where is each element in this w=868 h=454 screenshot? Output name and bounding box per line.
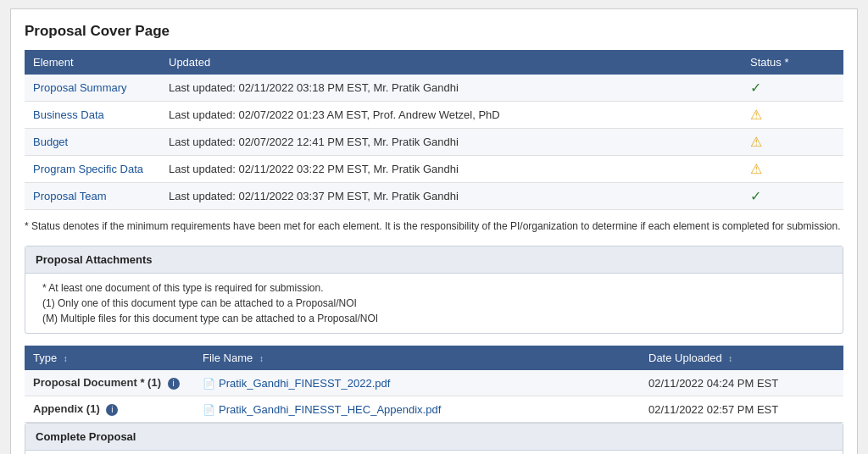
attachments-section-header: Proposal Attachments [25,246,843,274]
cover-table-row: BudgetLast updated: 02/07/2022 12:41 PM … [25,129,843,156]
attachment-note: (M) Multiple files for this document typ… [42,311,826,326]
cover-element-cell: Business Data [25,102,160,129]
complete-proposal-content: ▶ 📄 21-ASTRO21-0196.pdf [25,451,843,454]
col-header-updated: Updated [160,50,742,75]
attachment-note: * At least one document of this type is … [42,280,826,296]
attach-type-cell: Proposal Document * (1) i [25,370,194,396]
col-header-element: Element [25,50,160,75]
cover-table-row: Proposal SummaryLast updated: 02/11/2022… [25,75,843,102]
cover-status-cell: ⚠ [742,102,843,129]
status-footnote: * Status denotes if the minimum requirem… [25,219,843,234]
info-icon[interactable]: i [168,378,180,390]
attach-extra-cell [810,370,843,396]
attachment-file-link[interactable]: Pratik_Gandhi_FINESST_2022.pdf [219,377,390,390]
attach-filename-cell: 📄Pratik_Gandhi_FINESST_2022.pdf [194,370,640,396]
cover-element-link[interactable]: Business Data [33,108,104,121]
cover-status-cell: ✓ [742,75,843,102]
attach-col-type: Type ↕ [25,346,194,370]
cover-status-cell: ⚠ [742,129,843,156]
cover-updated-cell: Last updated: 02/11/2022 03:18 PM EST, M… [160,75,742,102]
attachment-note: (1) Only one of this document type can b… [42,296,826,311]
status-check-icon: ✓ [750,80,761,95]
status-warn-icon: ⚠ [750,135,762,149]
complete-proposal-section: Complete Proposal ▶ 📄 21-ASTRO21-0196.pd… [25,423,843,454]
attachment-file-link[interactable]: Pratik_Gandhi_FINESST_HEC_Appendix.pdf [219,403,441,416]
cover-updated-cell: Last updated: 02/11/2022 03:37 PM EST, M… [160,183,742,210]
cover-table-row: Program Specific DataLast updated: 02/11… [25,156,843,183]
sort-date-icon[interactable]: ↕ [728,354,732,363]
cover-element-cell: Budget [25,129,160,156]
attach-extra-cell [810,396,843,423]
attachment-row: Appendix (1) i📄Pratik_Gandhi_FINESST_HEC… [25,396,843,423]
cover-element-link[interactable]: Proposal Summary [33,81,127,94]
page-title: Proposal Cover Page [25,23,843,40]
cover-element-link[interactable]: Budget [33,136,68,148]
attach-date-cell: 02/11/2022 04:24 PM EST [640,370,810,396]
attach-col-date: Date Uploaded ↕ [640,346,810,370]
status-warn-icon: ⚠ [750,108,762,122]
attach-filename-cell: 📄Pratik_Gandhi_FINESST_HEC_Appendix.pdf [194,396,640,423]
attachment-row: Proposal Document * (1) i📄Pratik_Gandhi_… [25,370,843,396]
cover-updated-cell: Last updated: 02/07/2022 01:23 AM EST, P… [160,102,742,129]
cover-table: Element Updated Status * Proposal Summar… [25,50,843,210]
cover-element-cell: Proposal Summary [25,75,160,102]
cover-element-link[interactable]: Program Specific Data [33,163,143,175]
attach-col-extra [810,346,843,370]
attachments-table: Type ↕ File Name ↕ Date Uploaded ↕ Propo… [25,346,843,423]
col-header-status: Status * [742,50,843,75]
cover-status-cell: ⚠ [742,156,843,183]
attachments-notes: * At least one document of this type is … [25,274,843,333]
cover-updated-cell: Last updated: 02/07/2022 12:41 PM EST, M… [160,129,742,156]
cover-element-cell: Proposal Team [25,183,160,210]
pdf-icon: 📄 [203,378,215,390]
attach-col-filename: File Name ↕ [194,346,640,370]
cover-table-row: Proposal TeamLast updated: 02/11/2022 03… [25,183,843,210]
status-warn-icon: ⚠ [750,162,762,176]
cover-element-cell: Program Specific Data [25,156,160,183]
attachments-section: Proposal Attachments * At least one docu… [25,246,843,334]
info-icon[interactable]: i [106,404,118,416]
attach-type-cell: Appendix (1) i [25,396,194,423]
sort-filename-icon[interactable]: ↕ [259,354,264,363]
cover-element-link[interactable]: Proposal Team [33,190,106,202]
cover-status-cell: ✓ [742,183,843,210]
cover-updated-cell: Last updated: 02/11/2022 03:22 PM EST, M… [160,156,742,183]
cover-table-row: Business DataLast updated: 02/07/2022 01… [25,102,843,129]
sort-type-icon[interactable]: ↕ [64,354,68,363]
pdf-icon: 📄 [203,404,215,416]
complete-proposal-header: Complete Proposal [25,424,843,451]
attach-date-cell: 02/11/2022 02:57 PM EST [640,396,810,423]
status-check-icon: ✓ [750,189,761,203]
